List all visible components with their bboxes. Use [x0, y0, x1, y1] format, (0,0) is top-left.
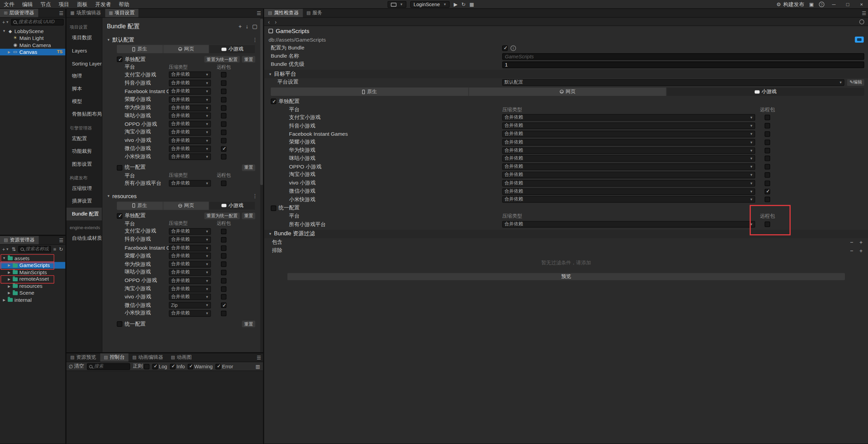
- asset-node[interactable]: assets: [0, 255, 65, 262]
- create-node-button[interactable]: +▼: [2, 19, 10, 25]
- settings-nav-item[interactable]: 模型: [66, 95, 102, 108]
- collapse-logs-icon[interactable]: ▥: [255, 364, 261, 369]
- settings-nav-item[interactable]: 插屏设置: [66, 195, 102, 208]
- build-publish-button[interactable]: ⚙ 构建发布: [777, 0, 804, 9]
- settings-nav-item[interactable]: 物理: [66, 70, 102, 83]
- panel-menu-icon[interactable]: ☰: [57, 236, 65, 244]
- more-options-icon[interactable]: ⋮: [253, 37, 258, 42]
- remote-checkbox[interactable]: [221, 253, 226, 259]
- remote-checkbox[interactable]: [221, 80, 226, 86]
- compression-select[interactable]: 合并依赖▼: [169, 253, 211, 259]
- settings-nav-item[interactable]: Bundle 配置: [66, 208, 102, 220]
- remove-filter-button[interactable]: −: [850, 247, 853, 253]
- settings-nav-item[interactable]: engine-extends: [66, 223, 102, 232]
- remote-checkbox[interactable]: [221, 105, 226, 110]
- compression-select[interactable]: 合并依赖▼: [502, 147, 755, 153]
- expand-caret-icon[interactable]: [7, 284, 11, 288]
- regex-toggle[interactable]: 正则: [133, 363, 150, 370]
- separate-config-checkbox[interactable]: [117, 213, 122, 219]
- tab-web[interactable]: 网页: [469, 88, 667, 96]
- compression-select[interactable]: 合并依赖▼: [502, 163, 755, 170]
- assets-search-input[interactable]: 搜索名称或 UU: [18, 246, 51, 252]
- menu-item[interactable]: 帮助: [115, 0, 133, 9]
- hierarchy-node[interactable]: Main Camera: [0, 42, 65, 48]
- compression-select[interactable]: 合并依赖▼: [169, 137, 211, 144]
- log-filter-checkbox[interactable]: Error: [215, 364, 233, 369]
- reset-button[interactable]: 重置: [242, 212, 255, 219]
- compression-select[interactable]: 合并依赖▼: [169, 236, 211, 243]
- edit-config-button[interactable]: ✎ 编辑: [847, 79, 864, 85]
- history-back-icon[interactable]: ‹: [268, 18, 270, 25]
- remote-checkbox[interactable]: [221, 270, 226, 275]
- hierarchy-node[interactable]: LobbyScene: [0, 28, 65, 34]
- remote-checkbox[interactable]: [765, 148, 770, 153]
- compression-select[interactable]: 合并依赖▼: [502, 155, 755, 162]
- panel-tab[interactable]: ▤ 动画编辑器: [129, 353, 167, 361]
- history-forward-icon[interactable]: ›: [275, 18, 276, 25]
- remote-checkbox[interactable]: [765, 189, 770, 194]
- refresh-icon[interactable]: ↻: [58, 247, 64, 252]
- console-search-input[interactable]: 搜索: [87, 363, 130, 370]
- settings-nav-item[interactable]: 宏配置: [66, 132, 102, 145]
- remote-checkbox[interactable]: [221, 121, 226, 127]
- remote-checkbox[interactable]: [221, 237, 226, 242]
- remote-checkbox[interactable]: [221, 302, 226, 308]
- separate-config-checkbox[interactable]: [117, 57, 122, 62]
- remote-checkbox[interactable]: [765, 180, 770, 186]
- panel-menu-icon[interactable]: ☰: [255, 9, 263, 17]
- settings-nav-item[interactable]: 项目数据: [66, 32, 102, 44]
- open-external-icon[interactable]: ▢: [252, 23, 257, 29]
- close-button[interactable]: ×: [857, 2, 866, 7]
- remote-checkbox[interactable]: [221, 72, 226, 78]
- tab-assets[interactable]: ▤ 资源管理器: [0, 236, 39, 244]
- settings-nav-item[interactable]: Sorting Layers: [66, 57, 102, 70]
- compression-select[interactable]: 合并依赖▼: [169, 104, 211, 111]
- compression-select[interactable]: 合并依赖▼: [169, 153, 211, 160]
- package-icon[interactable]: ▣: [809, 0, 814, 9]
- compression-select[interactable]: 合并依赖▼: [169, 245, 211, 251]
- collapse-caret-icon[interactable]: ▼: [107, 194, 110, 198]
- settings-nav-item[interactable]: 项目设置: [66, 23, 102, 32]
- menu-item[interactable]: 项目: [55, 0, 73, 9]
- remote-checkbox[interactable]: [221, 97, 226, 102]
- preview-button[interactable]: 预览: [287, 273, 845, 280]
- bundle-name-input[interactable]: GameScripts: [502, 53, 864, 59]
- remote-checkbox[interactable]: [765, 164, 770, 169]
- expand-caret-icon[interactable]: [7, 270, 11, 274]
- compression-select[interactable]: 合并依赖▼: [169, 88, 211, 94]
- device-selector[interactable]: ▼: [388, 1, 406, 8]
- compression-select[interactable]: 合并依赖▼: [502, 139, 755, 145]
- remote-checkbox[interactable]: [221, 113, 226, 119]
- unified-config-checkbox[interactable]: [117, 165, 122, 171]
- remote-checkbox[interactable]: [221, 294, 226, 300]
- compression-select[interactable]: 合并依赖▼: [169, 277, 211, 284]
- compression-select[interactable]: 合并依赖▼: [502, 196, 755, 203]
- more-options-icon[interactable]: ⋮: [253, 193, 258, 199]
- tab-minigame[interactable]: 小游戏: [209, 201, 255, 209]
- remote-checkbox[interactable]: [221, 262, 226, 267]
- compression-select[interactable]: 合并依赖▼: [169, 72, 211, 78]
- collapse-caret-icon[interactable]: ▼: [269, 72, 272, 76]
- log-filter-checkbox[interactable]: Info: [170, 364, 185, 369]
- tab-web[interactable]: 网页: [163, 45, 210, 53]
- locate-asset-button[interactable]: [855, 36, 864, 43]
- tab-minigame[interactable]: 小游戏: [209, 45, 255, 53]
- sort-icon[interactable]: ≡: [53, 247, 57, 252]
- compression-select[interactable]: 合并依赖▼: [502, 172, 755, 178]
- menu-item[interactable]: 面板: [73, 0, 91, 9]
- settings-nav-item[interactable]: 脚本: [66, 83, 102, 95]
- compression-select[interactable]: 合并依赖▼: [169, 113, 211, 119]
- compression-select[interactable]: 合并依赖▼: [502, 122, 755, 129]
- lock-icon[interactable]: [859, 19, 864, 24]
- remote-checkbox[interactable]: [765, 222, 770, 227]
- menu-item[interactable]: 开发者: [91, 0, 115, 9]
- tab-web[interactable]: 网页: [163, 201, 210, 209]
- panel-menu-icon[interactable]: ☰: [255, 353, 263, 361]
- panel-tab[interactable]: ▤ 服务: [303, 9, 326, 17]
- panel-tab[interactable]: ▦ 场景编辑器: [66, 9, 105, 17]
- layout-button[interactable]: ▦: [469, 0, 474, 9]
- reset-button[interactable]: 重置: [242, 164, 255, 171]
- expand-caret-icon[interactable]: [2, 29, 6, 33]
- asset-node[interactable]: internal: [0, 296, 65, 303]
- menu-item[interactable]: 编辑: [18, 0, 37, 9]
